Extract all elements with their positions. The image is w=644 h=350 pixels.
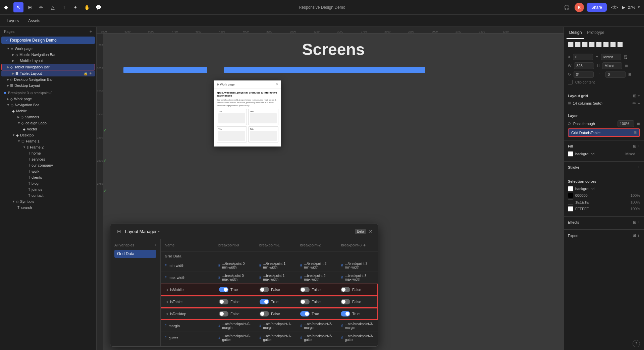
tree-item-mobile-layout[interactable]: ▶ ☰ Mobile Layout bbox=[1, 58, 95, 64]
align-top-icon[interactable]: ⬜ bbox=[589, 42, 595, 47]
tree-item-bp-contact[interactable]: T contact bbox=[1, 192, 95, 198]
toggle-ismobile-bp0[interactable] bbox=[219, 287, 228, 292]
layer-opacity-input[interactable] bbox=[618, 120, 634, 127]
toggle-istablet-bp0[interactable] bbox=[219, 299, 228, 304]
toggle-isdesktop-bp3[interactable] bbox=[341, 311, 350, 316]
tree-item-bp-services[interactable]: T services bbox=[1, 156, 95, 162]
sc-background-swatch[interactable] bbox=[568, 186, 573, 191]
tree-arrow-bp-frame1[interactable]: ▼ bbox=[17, 139, 20, 143]
tree-arrow-work-page[interactable]: ▼ bbox=[7, 47, 10, 50]
zoom-level[interactable]: 27% bbox=[628, 5, 635, 9]
app-logo[interactable]: ◆ bbox=[4, 4, 8, 10]
tree-arrow-bp-desktop[interactable]: ▼ bbox=[12, 133, 15, 137]
rotation-input[interactable] bbox=[574, 71, 594, 78]
tool-component[interactable]: ✦ bbox=[70, 2, 80, 12]
lock-icon[interactable]: 🔒 bbox=[84, 72, 88, 75]
layer-variable-link-icon[interactable]: ⊞ bbox=[634, 130, 637, 135]
stroke-add-icon[interactable]: + bbox=[638, 165, 640, 170]
x-input[interactable] bbox=[573, 54, 593, 60]
y-input[interactable] bbox=[601, 54, 621, 60]
tree-arrow-mobile-nav[interactable]: ▶ bbox=[12, 53, 14, 56]
pages-add-button[interactable]: + bbox=[90, 29, 92, 34]
tree-item-bp-mobile[interactable]: ◆ Mobile bbox=[1, 108, 95, 114]
link-icon[interactable]: ⛓ bbox=[624, 55, 628, 59]
toggle-isdesktop-bp0[interactable] bbox=[219, 311, 228, 316]
tool-shape[interactable]: △ bbox=[48, 2, 58, 12]
tree-arrow-bp-nav-bar[interactable]: ▼ bbox=[7, 103, 10, 107]
tree-item-bp-work[interactable]: T work bbox=[1, 168, 95, 174]
fill-add-icon[interactable]: + bbox=[638, 144, 640, 149]
sc-dark-swatch[interactable] bbox=[568, 199, 573, 205]
tree-item-desktop-layout[interactable]: ▶ ☰ Desktop Layout bbox=[1, 82, 95, 89]
align-left-icon[interactable]: ⬜ bbox=[568, 42, 574, 47]
layer-variable-field[interactable]: Grid Data/isTablet ⊞ bbox=[568, 128, 640, 137]
tree-arrow-tablet-layout[interactable]: ▶ bbox=[12, 72, 14, 75]
fill-minus-icon[interactable]: − bbox=[637, 151, 640, 157]
tree-item-tablet-layout[interactable]: ▶ ☰ Tablet Layout 🔒 👁 bbox=[1, 70, 95, 76]
tree-item-mobile-nav[interactable]: ▶ ◇ Mobile Navigation Bar bbox=[1, 52, 95, 58]
tree-arrow-mobile-layout[interactable]: ▶ bbox=[12, 59, 14, 62]
tab-layers[interactable]: Layers bbox=[4, 17, 21, 24]
toggle-ismobile-bp2[interactable] bbox=[300, 287, 310, 292]
tool-text[interactable]: T bbox=[59, 2, 69, 12]
toggle-istablet-bp3[interactable] bbox=[341, 299, 350, 304]
tree-arrow-desktop-nav[interactable]: ▶ bbox=[7, 78, 9, 81]
lm-layout-icon[interactable]: ⊟ bbox=[116, 227, 122, 235]
tree-item-bp-symbols[interactable]: ▶ ◇ Symbols bbox=[1, 114, 95, 120]
resize-icon[interactable]: ⊞ bbox=[628, 72, 631, 77]
tree-item-bp-clients[interactable]: T clients bbox=[1, 174, 95, 180]
avatar[interactable]: R bbox=[575, 3, 584, 12]
distribute-h-icon[interactable]: ⬜ bbox=[610, 42, 616, 47]
tree-arrow-bp-logo[interactable]: ▼ bbox=[17, 121, 20, 125]
align-middle-icon[interactable]: ⬜ bbox=[596, 42, 602, 47]
tree-item-desktop-nav[interactable]: ▶ ◇ Desktop Navigation Bar bbox=[1, 76, 95, 82]
tree-item-bp-vector[interactable]: ◆ Vector bbox=[1, 126, 95, 132]
tool-frame[interactable]: ⊞ bbox=[25, 2, 35, 12]
grid-minus-icon[interactable]: − bbox=[638, 101, 640, 105]
w-input[interactable] bbox=[574, 62, 594, 69]
fill-swatch[interactable] bbox=[568, 151, 573, 157]
tree-item-bp-search[interactable]: T search bbox=[1, 205, 95, 211]
lm-title-arrow[interactable]: ▾ bbox=[158, 230, 160, 233]
tool-comment[interactable]: 💬 bbox=[93, 2, 103, 12]
export-add-icon[interactable]: + bbox=[637, 233, 640, 238]
share-button[interactable]: Share bbox=[587, 3, 607, 12]
layout-grid-add-icon[interactable]: + bbox=[638, 94, 640, 98]
layout-grid-grid-icon[interactable]: ⊞ bbox=[633, 94, 636, 98]
effects-grid-icon[interactable]: ⊞ bbox=[633, 220, 636, 225]
effects-add-icon[interactable]: + bbox=[638, 220, 640, 225]
tool-pen[interactable]: ✏ bbox=[36, 2, 46, 12]
corner-input[interactable] bbox=[605, 71, 626, 78]
h-input[interactable] bbox=[602, 62, 622, 69]
tree-item-work-page[interactable]: ▼ ◇ Work page bbox=[1, 46, 95, 52]
lm-sidebar-grid-data[interactable]: Grid Data bbox=[114, 250, 156, 258]
tab-assets[interactable]: Assets bbox=[25, 17, 43, 24]
tool-hand[interactable]: ✋ bbox=[82, 2, 92, 12]
play-button[interactable]: ▶ bbox=[622, 5, 625, 10]
sc-black-swatch[interactable] bbox=[568, 193, 573, 198]
grid-eye-icon[interactable]: 👁 bbox=[632, 101, 636, 105]
align-right-icon[interactable]: ⬜ bbox=[582, 42, 588, 47]
code-icon[interactable]: </> bbox=[609, 2, 620, 12]
tree-item-bp-frame1[interactable]: ▼ ☐ Frame 1 bbox=[1, 138, 95, 144]
lm-close-button[interactable]: ✕ bbox=[369, 229, 373, 234]
tree-arrow-bp-frame2[interactable]: ▼ bbox=[23, 145, 26, 149]
constrain-icon[interactable]: ⊞ bbox=[625, 64, 628, 68]
tree-arrow-tablet-nav[interactable]: ▶ bbox=[7, 65, 9, 69]
lm-create-variable-row[interactable]: + Create variable bbox=[161, 344, 378, 346]
tree-arrow-bp-symbols[interactable]: ▶ bbox=[17, 115, 20, 119]
toggle-ismobile-bp1[interactable] bbox=[260, 287, 269, 292]
tree-item-bp-desktop[interactable]: ▼ ◆ Desktop bbox=[1, 132, 95, 138]
toggle-isdesktop-bp2[interactable] bbox=[300, 311, 310, 316]
tree-item-bp-delaign-logo[interactable]: ▼ ◇ delaign Logo bbox=[1, 120, 95, 126]
toggle-isdesktop-bp1[interactable] bbox=[260, 311, 269, 316]
fill-grid-icon[interactable]: ⊞ bbox=[633, 144, 636, 149]
tree-item-bp-home[interactable]: T home bbox=[1, 150, 95, 156]
clip-checkbox[interactable] bbox=[568, 80, 573, 84]
distribute-v-icon[interactable]: ⬜ bbox=[617, 42, 623, 47]
lm-add-column-button[interactable]: + bbox=[363, 242, 366, 248]
layer-link-icon[interactable]: ⊞ bbox=[637, 122, 640, 126]
headphones-icon[interactable]: 🎧 bbox=[562, 2, 572, 12]
zoom-arrow[interactable]: ▾ bbox=[638, 5, 640, 9]
tree-item-tablet-nav[interactable]: ▶ ◇ Tablet Navigation Bar bbox=[1, 64, 95, 70]
